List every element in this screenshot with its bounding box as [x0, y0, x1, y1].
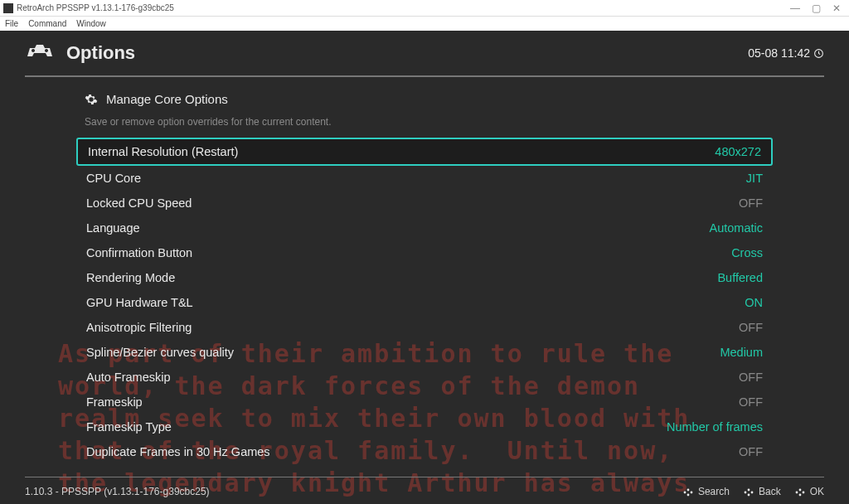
manage-subtext: Save or remove option overrides for the …	[76, 113, 773, 138]
gear-icon	[85, 93, 98, 106]
search-label: Search	[698, 486, 730, 497]
option-row[interactable]: FrameskipOFF	[76, 390, 773, 414]
back-label: Back	[759, 486, 781, 497]
option-label: GPU Hardware T&L	[86, 296, 193, 309]
option-value: OFF	[739, 371, 763, 384]
divider-bottom	[25, 477, 824, 478]
option-value: Number of frames	[667, 420, 763, 434]
clock-icon	[813, 48, 824, 59]
app-icon	[3, 3, 13, 13]
option-row[interactable]: Frameskip TypeNumber of frames	[76, 414, 773, 439]
option-label: Frameskip Type	[86, 420, 172, 434]
option-value: OFF	[739, 395, 763, 409]
options-list: Manage Core Options Save or remove optio…	[76, 85, 773, 471]
maximize-button[interactable]: ▢	[812, 2, 821, 14]
clock-text: 05-08 11:42	[748, 46, 810, 60]
option-row[interactable]: GPU Hardware T&LON	[76, 290, 773, 315]
option-label: Detect Frame Rate Changes (Notify Fronte…	[86, 470, 332, 471]
svg-point-10	[798, 489, 801, 492]
svg-point-5	[745, 492, 747, 494]
divider-top	[25, 75, 824, 77]
dpad-icon	[682, 487, 694, 496]
option-value: Medium	[720, 346, 763, 359]
option-label: CPU Core	[86, 172, 141, 185]
svg-point-3	[687, 494, 690, 497]
option-value: Automatic	[710, 221, 763, 235]
option-value: OFF	[739, 321, 763, 334]
footer-ok-button[interactable]: OK	[794, 486, 824, 497]
window-title: RetroArch PPSSPP v1.13.1-176-g39cbc25	[17, 3, 174, 12]
footer-back-button[interactable]: Back	[743, 486, 781, 497]
option-label: Auto Frameskip	[86, 371, 171, 384]
emulator-view: As part of their ambition to rule the wo…	[0, 31, 849, 504]
option-label: Rendering Mode	[86, 271, 175, 284]
option-row[interactable]: Auto FrameskipOFF	[76, 365, 773, 390]
footer-search-button[interactable]: Search	[682, 486, 730, 497]
option-value: OFF	[739, 196, 763, 210]
option-row[interactable]: Rendering ModeBuffered	[76, 265, 773, 290]
option-value: JIT	[746, 172, 763, 185]
option-label: Locked CPU Speed	[86, 196, 192, 210]
option-row[interactable]: Duplicate Frames in 30 Hz GamesOFF	[76, 439, 773, 464]
svg-point-9	[795, 492, 798, 494]
window-titlebar: RetroArch PPSSPP v1.13.1-176-g39cbc25 — …	[0, 0, 849, 17]
svg-point-8	[751, 492, 754, 494]
svg-point-4	[691, 492, 693, 494]
manage-label: Manage Core Options	[106, 92, 228, 106]
svg-point-11	[798, 494, 801, 497]
option-row[interactable]: Internal Resolution (Restart)480x272	[76, 138, 773, 166]
option-row[interactable]: Detect Frame Rate Changes (Notify Fronte…	[76, 464, 773, 471]
retroarch-icon	[25, 45, 55, 61]
svg-point-1	[684, 492, 686, 494]
menu-file[interactable]: File	[5, 19, 18, 28]
minimize-button[interactable]: —	[790, 2, 800, 14]
dpad-icon	[743, 487, 754, 496]
option-label: Anisotropic Filtering	[86, 321, 192, 334]
option-row[interactable]: LanguageAutomatic	[76, 216, 773, 240]
page-title: Options	[66, 42, 135, 64]
svg-point-7	[748, 494, 750, 497]
option-row[interactable]: Locked CPU SpeedOFF	[76, 191, 773, 216]
option-value: OFF	[739, 470, 763, 471]
svg-point-12	[802, 492, 804, 494]
option-label: Internal Resolution (Restart)	[88, 145, 238, 158]
option-value: OFF	[739, 445, 763, 458]
option-value: Buffered	[717, 271, 763, 284]
option-label: Duplicate Frames in 30 Hz Games	[86, 445, 270, 458]
version-text: 1.10.3 - PPSSPP (v1.13.1-176-g39cbc25)	[25, 486, 210, 497]
option-value: 480x272	[715, 145, 761, 158]
svg-point-2	[687, 489, 690, 492]
menu-window[interactable]: Window	[76, 19, 106, 28]
manage-core-options[interactable]: Manage Core Options	[76, 85, 773, 113]
window-controls: — ▢ ✕	[790, 2, 846, 14]
menu-command[interactable]: Command	[28, 19, 66, 28]
option-row[interactable]: Confirmation ButtonCross	[76, 240, 773, 265]
dpad-icon	[794, 487, 806, 496]
option-label: Language	[86, 221, 140, 235]
menubar: File Command Window	[0, 17, 849, 31]
option-row[interactable]: Anisotropic FilteringOFF	[76, 315, 773, 340]
clock: 05-08 11:42	[748, 46, 824, 60]
options-header: Options 05-08 11:42	[0, 31, 849, 75]
svg-point-6	[748, 489, 750, 492]
close-button[interactable]: ✕	[832, 2, 841, 14]
option-row[interactable]: CPU CoreJIT	[76, 166, 773, 191]
ok-label: OK	[810, 486, 824, 497]
option-label: Spline/Bezier curves quality	[86, 346, 234, 359]
option-label: Frameskip	[86, 395, 143, 409]
option-value: Cross	[731, 246, 763, 259]
option-row[interactable]: Spline/Bezier curves qualityMedium	[76, 340, 773, 365]
footer: 1.10.3 - PPSSPP (v1.13.1-176-g39cbc25) S…	[0, 479, 849, 504]
option-value: ON	[745, 296, 763, 309]
option-label: Confirmation Button	[86, 246, 192, 259]
